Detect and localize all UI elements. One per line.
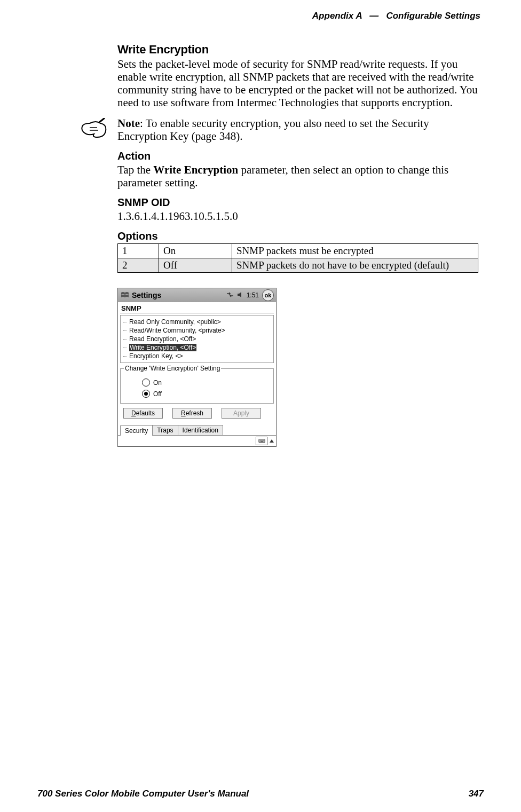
- running-head: Appendix A — Configurable Settings: [37, 11, 484, 21]
- snmp-oid-value: 1.3.6.1.4.1.1963.10.5.1.5.0: [117, 210, 478, 223]
- tree-item[interactable]: Encryption Key, <>: [122, 352, 272, 360]
- radio-on-label: On: [153, 379, 162, 387]
- device-app-title: Settings: [132, 291, 161, 299]
- radio-off-label: Off: [153, 390, 162, 398]
- footer-left: 700 Series Color Mobile Computer User's …: [37, 789, 249, 799]
- defaults-button[interactable]: Defaults: [123, 408, 163, 419]
- tab-identification[interactable]: Identification: [178, 425, 223, 435]
- radio-off[interactable]: Off: [142, 390, 270, 398]
- snmp-oid-title: SNMP OID: [117, 196, 478, 209]
- note-label: Note: [117, 117, 140, 130]
- section-label: Configurable Settings: [386, 11, 480, 21]
- option-label: Off: [159, 258, 232, 273]
- tabs: Security Traps Identification: [120, 425, 274, 435]
- action-body: Tap the Write Encryption parameter, then…: [117, 163, 478, 189]
- apply-button[interactable]: Apply: [222, 408, 261, 419]
- tree-item-selected[interactable]: Write Encryption, <Off>: [122, 343, 272, 352]
- radio-on[interactable]: On: [142, 379, 270, 387]
- tree-field: Read Only Community, <public> Read/Write…: [120, 315, 274, 363]
- device-time: 1:51: [247, 291, 259, 299]
- tree-item[interactable]: Read/Write Community, <private>: [122, 326, 272, 335]
- footer: 700 Series Color Mobile Computer User's …: [37, 789, 484, 799]
- connectivity-icon: [226, 291, 234, 299]
- device-titlebar: Settings 1:51 ok: [118, 288, 276, 302]
- table-row: 1 On SNMP packets must be encrypted: [118, 244, 478, 258]
- keyboard-icon[interactable]: ⌨: [256, 437, 267, 445]
- note-body: : To enable security encryption, you als…: [117, 117, 429, 143]
- options-title: Options: [117, 230, 478, 242]
- option-desc: SNMP packets do not have to be encrypted…: [232, 258, 478, 273]
- change-legend: Change 'Write Encryption' Setting: [124, 365, 221, 372]
- tree-item[interactable]: Read Only Community, <public>: [122, 318, 272, 326]
- appendix-label: Appendix A: [312, 11, 362, 21]
- page-number: 347: [469, 789, 484, 799]
- change-setting-group: Change 'Write Encryption' Setting On Off: [120, 365, 274, 404]
- option-desc: SNMP packets must be encrypted: [232, 244, 478, 258]
- radio-icon: [142, 379, 150, 387]
- head-sep: —: [369, 11, 378, 21]
- table-row: 2 Off SNMP packets do not have to be enc…: [118, 258, 478, 273]
- section-title: Write Encryption: [117, 43, 478, 57]
- tab-traps[interactable]: Traps: [152, 425, 178, 435]
- windows-flag-icon: [120, 290, 130, 300]
- refresh-button[interactable]: Refresh: [172, 408, 212, 419]
- sip-up-icon[interactable]: [270, 439, 274, 443]
- note-icon: [80, 118, 108, 140]
- tree-item[interactable]: Read Encryption, <Off>: [122, 335, 272, 343]
- option-label: On: [159, 244, 232, 258]
- svg-line-0: [99, 118, 105, 122]
- speaker-icon: [237, 291, 243, 299]
- device-panel-label: SNMP: [120, 304, 274, 313]
- option-num: 1: [118, 244, 159, 258]
- options-table: 1 On SNMP packets must be encrypted 2 Of…: [117, 243, 478, 273]
- tab-security[interactable]: Security: [120, 425, 153, 436]
- option-num: 2: [118, 258, 159, 273]
- note-text: Note: To enable security encryption, you…: [117, 117, 478, 143]
- action-title: Action: [117, 150, 478, 162]
- device-screenshot: Settings 1:51 ok SNMP Read Only Communit: [117, 288, 277, 447]
- device-bottombar: ⌨: [118, 435, 276, 446]
- note-block: Note: To enable security encryption, you…: [80, 117, 478, 143]
- section-body: Sets the packet-level mode of security f…: [117, 58, 478, 109]
- ok-button[interactable]: ok: [262, 289, 274, 301]
- radio-icon: [142, 390, 150, 398]
